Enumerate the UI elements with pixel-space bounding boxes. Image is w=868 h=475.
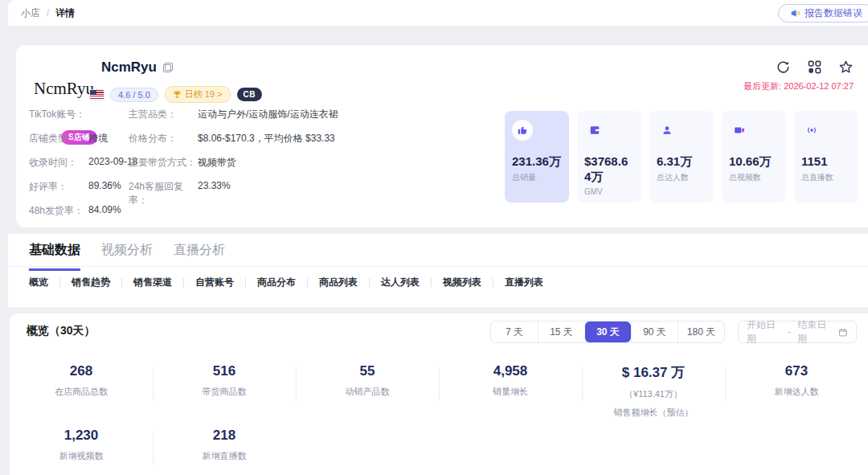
field-row: TikTok账号： bbox=[29, 108, 137, 121]
field-value: 运动与户外/运动服饰/运动连衣裙 bbox=[198, 108, 338, 121]
favorite-star-icon[interactable] bbox=[838, 59, 854, 75]
date-picker[interactable]: 开始日期 - 结束日期 bbox=[738, 321, 857, 343]
metric-label: 新增达人数 bbox=[725, 386, 868, 398]
refresh-icon[interactable] bbox=[776, 59, 791, 75]
field-label: 价格分布： bbox=[129, 132, 198, 145]
subnav-item-video-list[interactable]: 视频列表 bbox=[443, 276, 481, 289]
subnav-item-product-distribution[interactable]: 商品分布 bbox=[257, 276, 296, 289]
creator-icon bbox=[661, 125, 673, 136]
video-icon bbox=[734, 125, 745, 136]
subnav-divider bbox=[121, 278, 122, 287]
stat-label: GMV bbox=[584, 187, 634, 196]
stat-label: 总直播数 bbox=[801, 172, 851, 183]
shop-detail-page: 小店 / 详情 报告数据错误 NcmRyu S店铺 NcmRyu 4.6 / 5… bbox=[0, 0, 868, 475]
field-value: 视频带货 bbox=[198, 156, 236, 170]
field-value: $8.06-$170.3，平均价格 $33.33 bbox=[198, 132, 335, 145]
subnav-item-live-list[interactable]: 直播列表 bbox=[505, 276, 543, 289]
us-flag-icon bbox=[90, 90, 104, 100]
range-90d-button[interactable]: 90 天 bbox=[631, 321, 678, 342]
tab-basic-data[interactable]: 基础数据 bbox=[29, 242, 80, 271]
stat-card-gmv[interactable]: $3768.64万 GMV bbox=[577, 111, 641, 203]
field-label: 48h发货率： bbox=[29, 204, 88, 218]
field-row: 48h发货率： 84.09% bbox=[29, 204, 137, 218]
metric-label: 销量增长 bbox=[439, 386, 582, 398]
metric-revenue-growth: $ 16.37 万 （¥113.41万） 销售额增长（预估） bbox=[582, 363, 725, 419]
subnav-item-sales-channel[interactable]: 销售渠道 bbox=[133, 276, 172, 289]
copy-icon[interactable] bbox=[163, 63, 173, 72]
metric-sales-growth: 4,958 销量增长 bbox=[439, 363, 582, 419]
subnav-divider bbox=[245, 278, 246, 287]
metric-value: $ 16.37 万 bbox=[582, 363, 725, 382]
daily-rank-label: 日榜 19 > bbox=[185, 88, 223, 100]
shop-stat-cards: 231.36万 总销量 $3768.64万 GMV 6.31万 总达人数 10.… bbox=[505, 111, 858, 203]
field-row: 店铺类型： 跨境 bbox=[29, 132, 137, 145]
date-separator: - bbox=[788, 326, 791, 338]
compare-grid-icon[interactable] bbox=[807, 59, 822, 75]
report-button-label: 报告数据错误 bbox=[805, 6, 862, 20]
shop-fields-right: 主营品类： 运动与户外/运动服饰/运动连衣裙 价格分布： $8.06-$170.… bbox=[129, 108, 338, 218]
metric-label: 在店商品总数 bbox=[10, 386, 153, 398]
tab-live-analysis[interactable]: 直播分析 bbox=[174, 242, 225, 271]
metric-empty bbox=[439, 428, 582, 462]
stat-label: 总销量 bbox=[512, 172, 562, 183]
subnav-item-creator-list[interactable]: 达人列表 bbox=[381, 276, 420, 289]
stat-value: 231.36万 bbox=[512, 154, 562, 169]
subnav-divider bbox=[59, 278, 60, 287]
breadcrumb-parent[interactable]: 小店 bbox=[21, 6, 40, 20]
report-data-error-button[interactable]: 报告数据错误 bbox=[778, 4, 868, 23]
range-7d-button[interactable]: 7 天 bbox=[491, 321, 538, 342]
stat-card-total-videos[interactable]: 10.66万 总视频数 bbox=[722, 111, 786, 203]
wallet-icon bbox=[589, 125, 600, 136]
metric-empty bbox=[296, 428, 439, 462]
range-30d-button[interactable]: 30 天 bbox=[584, 321, 631, 342]
metric-active-products: 55 动销产品数 bbox=[296, 363, 439, 419]
subnav-divider bbox=[183, 278, 184, 287]
metrics-row-2: 1,230 新增视频数 218 新增直播数 bbox=[10, 428, 868, 462]
metric-label: 销售额增长（预估） bbox=[582, 407, 725, 419]
metric-empty bbox=[725, 428, 868, 462]
metric-label: 带货商品数 bbox=[153, 386, 296, 398]
calendar-icon bbox=[838, 327, 848, 338]
overview-card: 概览（30天） 7 天 15 天 30 天 90 天 180 天 开始日期 - … bbox=[10, 313, 868, 475]
field-row: 价格分布： $8.06-$170.3，平均价格 $33.33 bbox=[129, 132, 338, 145]
subnav-item-sales-trend[interactable]: 销售趋势 bbox=[72, 276, 110, 289]
daily-rank-badge[interactable]: 日榜 19 > bbox=[165, 86, 231, 103]
subnav-divider bbox=[431, 278, 432, 287]
metric-value: 673 bbox=[725, 363, 868, 379]
field-row: 主营品类： 运动与户外/运动服饰/运动连衣裙 bbox=[129, 108, 338, 121]
metric-value: 4,958 bbox=[439, 363, 582, 379]
field-label: 主营品类： bbox=[129, 108, 198, 121]
field-label: 主要带货方式： bbox=[129, 156, 198, 170]
stat-card-total-sales[interactable]: 231.36万 总销量 bbox=[505, 111, 569, 203]
metric-value: 268 bbox=[10, 363, 153, 379]
breadcrumb-separator: / bbox=[47, 7, 49, 18]
breadcrumb-current: 详情 bbox=[55, 6, 75, 20]
subnav-divider bbox=[493, 278, 493, 287]
subnav-item-overview[interactable]: 概览 bbox=[29, 276, 48, 289]
shop-logo-text: NcmRyu bbox=[34, 79, 94, 99]
subnav: 概览 销售趋势 销售渠道 自营账号 商品分布 商品列表 达人列表 视频列表 直播… bbox=[29, 276, 543, 289]
metrics-row-1: 268 在店商品总数 516 带货商品数 55 动销产品数 4,958 销量增长… bbox=[10, 363, 868, 419]
metric-promoted-products: 516 带货商品数 bbox=[153, 363, 296, 419]
stat-card-total-lives[interactable]: 1151 总直播数 bbox=[794, 111, 858, 203]
field-label: TikTok账号： bbox=[29, 108, 88, 121]
metric-subvalue: （¥113.41万） bbox=[582, 388, 725, 400]
range-180d-button[interactable]: 180 天 bbox=[678, 321, 724, 342]
analysis-tabstrip: 基础数据 视频分析 直播分析 概览 销售趋势 销售渠道 自营账号 商品分布 商品… bbox=[8, 234, 868, 307]
subnav-item-product-list[interactable]: 商品列表 bbox=[319, 276, 358, 289]
tab-video-analysis[interactable]: 视频分析 bbox=[101, 242, 153, 271]
subnav-divider bbox=[369, 278, 370, 287]
field-value: 23.33% bbox=[198, 180, 231, 207]
subnav-item-own-account[interactable]: 自营账号 bbox=[195, 276, 234, 289]
metric-new-creators: 673 新增达人数 bbox=[725, 363, 868, 419]
stat-label: 总达人数 bbox=[657, 172, 706, 183]
stat-card-total-creators[interactable]: 6.31万 总达人数 bbox=[649, 111, 714, 203]
live-icon bbox=[806, 125, 817, 136]
shop-badges: 4.6 / 5.0 日榜 19 > CB bbox=[90, 86, 262, 103]
metric-value: 55 bbox=[296, 363, 439, 379]
cb-badge: CB bbox=[237, 88, 262, 101]
metric-new-lives: 218 新增直播数 bbox=[153, 428, 296, 462]
trophy-icon bbox=[173, 90, 182, 99]
metric-value: 218 bbox=[153, 428, 296, 444]
range-15d-button[interactable]: 15 天 bbox=[538, 321, 584, 342]
